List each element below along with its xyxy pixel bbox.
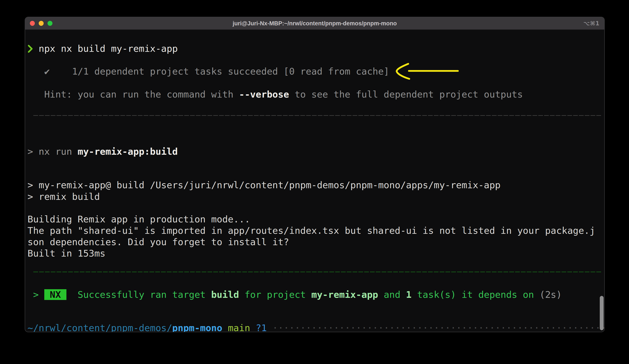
remix-build-line: > remix build (27, 191, 100, 202)
annotation-arrow-icon (394, 62, 461, 81)
shell-prompt-line: ~/nrwl/content/pnpm-demos/pnpm-mono main… (27, 322, 605, 332)
nx-badge: NX (44, 289, 67, 300)
git-branch: main (222, 323, 250, 332)
output-separator (33, 115, 602, 116)
scrollbar-thumb[interactable] (600, 296, 604, 330)
traffic-lights (30, 17, 52, 29)
cwd-repo: pnpm-mono (172, 323, 222, 332)
terminal-content[interactable]: npx nx build my-remix-app ✔ 1/1 dependen… (25, 30, 604, 332)
build-log-line: The path "shared-ui" is imported in app/… (27, 225, 595, 236)
success-separator (33, 272, 602, 272)
build-log-line: Built in 153ms (27, 248, 105, 259)
hint-line: Hint: you can run the command with --ver… (27, 89, 523, 100)
close-button[interactable] (30, 21, 35, 26)
run-target: my-remix-app:build (78, 146, 178, 157)
build-log-line: Building Remix app in production mode... (27, 214, 250, 225)
cwd-path: ~/nrwl/content/pnpm-demos/ (27, 323, 172, 332)
minimize-button[interactable] (39, 21, 44, 26)
duration-badge: (2s) (540, 289, 562, 300)
window-titlebar[interactable]: juri@Juri-Nx-MBP:~/nrwl/content/pnpm-dem… (25, 17, 604, 30)
window-title: juri@Juri-Nx-MBP:~/nrwl/content/pnpm-dem… (233, 20, 397, 27)
zoom-button[interactable] (47, 21, 52, 26)
build-log-line: son dependencies. Did you forget to inst… (27, 236, 289, 248)
command-line: npx nx build my-remix-app (27, 43, 178, 54)
nx-run-line: > nx run my-remix-app:build (27, 146, 178, 157)
verbose-flag: --verbose (239, 89, 289, 100)
task-status-line: ✔ 1/1 dependent project tasks succeeded … (27, 66, 389, 77)
terminal-window: juri@Juri-Nx-MBP:~/nrwl/content/pnpm-dem… (25, 17, 605, 332)
git-status: ?1 (250, 323, 267, 332)
package-script-line: > my-remix-app@ build /Users/juri/nrwl/c… (27, 179, 501, 191)
leader-dots: ········································… (267, 323, 605, 332)
nx-success-line: > NX Successfully ran target build for p… (27, 289, 562, 300)
window-shortcut-badge: ⌥⌘1 (583, 20, 600, 27)
command-text: npx nx build my-remix-app (39, 43, 178, 54)
